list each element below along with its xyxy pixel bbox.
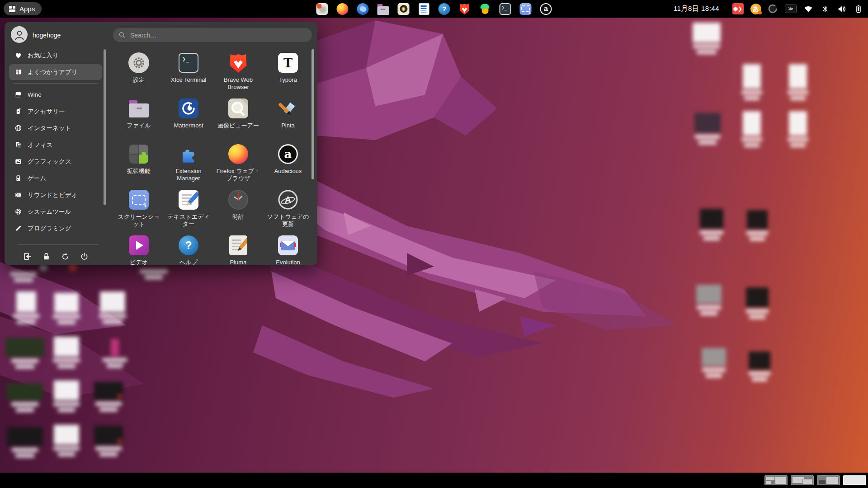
desktop-icon[interactable] [700, 348, 728, 378]
sidebar-scrollbar[interactable] [104, 49, 106, 205]
desktop-icon[interactable] [51, 425, 82, 456]
app-image-viewer[interactable]: 画像ビューアー [213, 94, 263, 140]
app-settings[interactable]: 設定 [114, 48, 164, 94]
firefox-icon[interactable] [336, 3, 349, 15]
desktop-icon[interactable] [694, 285, 723, 315]
terminal-icon[interactable]: ❯_ [499, 3, 512, 15]
app-videos[interactable]: ビデオ [114, 231, 164, 265]
app-extensions[interactable]: 拡張機能 [114, 140, 164, 185]
desktop-icon[interactable] [92, 426, 125, 456]
evolution-icon [278, 235, 298, 255]
sidebar-item-programming[interactable]: プログラミング [9, 221, 102, 236]
app-evolution[interactable]: Evolution [263, 231, 313, 265]
app-software-updater[interactable]: A ソフトウェアの更新 [263, 185, 313, 231]
search-bar[interactable] [113, 28, 312, 42]
desktop-icon[interactable] [40, 265, 47, 271]
desktop-icon[interactable] [787, 111, 809, 147]
files-icon[interactable] [377, 3, 390, 15]
ubuntu-installer-icon[interactable] [316, 3, 329, 15]
input-switcher-indicator-icon[interactable]: ≫ [785, 5, 797, 13]
desktop-icon[interactable] [741, 111, 763, 147]
logout-button[interactable] [23, 252, 32, 261]
sidebar-item-frequent-apps[interactable]: よくつかうアプリ [9, 64, 102, 80]
desktop-icon[interactable] [698, 209, 725, 240]
desktop-icon[interactable] [693, 113, 722, 145]
app-typora[interactable]: T Typora [263, 48, 313, 94]
app-grid-scrollbar[interactable] [311, 49, 314, 179]
desktop-icon[interactable] [92, 382, 125, 412]
sidebar-item-internet[interactable]: インターネット [9, 120, 102, 136]
sidebar-item-games[interactable]: ゲーム [9, 170, 102, 186]
app-audacious[interactable]: a Audacious [263, 140, 313, 185]
desktop-icon[interactable] [741, 64, 763, 100]
battery-icon[interactable] [854, 4, 863, 14]
pluma-icon [229, 235, 247, 255]
app-text-editor[interactable]: テキストエディター [164, 185, 213, 231]
desktop-icon[interactable] [745, 210, 769, 241]
lock-screen-button[interactable] [42, 252, 51, 261]
app-firefox[interactable]: Firefox ウェブ・ブラウザ [213, 140, 263, 185]
heart-icon [14, 52, 22, 59]
workspace-3[interactable] [817, 475, 840, 485]
desktop-icon[interactable] [744, 287, 770, 319]
desktop-icon[interactable] [5, 338, 45, 369]
help-icon[interactable]: ? [438, 3, 451, 15]
desktop-icon[interactable] [51, 293, 82, 324]
dark-circle-indicator-icon[interactable] [768, 4, 778, 14]
app-pluma[interactable]: Pluma [213, 231, 263, 265]
desktop-icon[interactable] [97, 291, 128, 324]
app-brave[interactable]: Brave Web Browser [213, 48, 263, 94]
desktop-icon[interactable] [12, 291, 41, 324]
sidebar-item-accessories[interactable]: アクセサリー [9, 103, 102, 119]
restart-button[interactable] [61, 252, 70, 261]
sidebar-item-favorites[interactable]: お気に入り [9, 47, 102, 63]
sidebar-item-graphics[interactable]: グラフィックス [9, 154, 102, 169]
app-screenshot[interactable]: スクリーンショット [114, 185, 164, 231]
top-panel: Apps ? ❯_ a 11月8日 18:44 ❯ あ ≫ [0, 0, 868, 18]
desktop-icon[interactable] [787, 64, 809, 100]
sidebar-item-sound-video[interactable]: サウンドとビデオ [9, 187, 102, 203]
sidebar-item-label: プログラミング [28, 225, 71, 233]
app-clock[interactable]: 時計 [213, 185, 263, 231]
shutdown-button[interactable] [80, 252, 89, 261]
clock[interactable]: 11月8日 18:44 [674, 5, 719, 13]
desktop-icon[interactable] [691, 23, 722, 54]
rhythmbox-icon[interactable] [397, 3, 410, 15]
app-extension-manager[interactable]: Extension Manager [164, 140, 213, 185]
workspace-4-active[interactable] [843, 475, 866, 485]
volume-icon[interactable] [837, 4, 847, 14]
waydroid-icon[interactable] [479, 3, 491, 15]
wifi-icon[interactable] [803, 4, 813, 14]
app-help[interactable]: ? ヘルプ [164, 231, 213, 265]
desktop-icon[interactable] [5, 427, 45, 458]
user-avatar[interactable] [11, 26, 28, 43]
desktop-icon[interactable] [51, 337, 82, 368]
app-files[interactable]: ファイル [114, 94, 164, 140]
desktop-icon[interactable] [101, 339, 128, 368]
terminal-icon: ❯_ [179, 53, 198, 73]
mozc-japanese-input-icon[interactable]: あ [750, 4, 761, 14]
desktop-icon[interactable] [138, 267, 170, 279]
desktop-icon[interactable] [51, 380, 82, 412]
brave-icon[interactable] [458, 3, 471, 15]
sidebar-item-wine[interactable]: Wine [9, 87, 102, 103]
red-diamond-indicator-icon[interactable]: ❯ [732, 3, 744, 14]
apps-menu-button[interactable]: Apps [4, 2, 42, 15]
sidebar-item-system-tools[interactable]: システムツール [9, 204, 102, 220]
search-input[interactable] [129, 31, 306, 39]
workspace-1[interactable] [764, 475, 788, 485]
app-xfce-terminal[interactable]: ❯_ Xfce Terminal [164, 48, 213, 94]
audacious-icon[interactable]: a [540, 3, 552, 15]
actions-divider [18, 244, 99, 245]
thunderbird-icon[interactable] [357, 3, 369, 15]
screenshot-tool-icon[interactable] [519, 3, 532, 15]
desktop-icon[interactable] [9, 270, 38, 282]
desktop-icon[interactable] [5, 383, 45, 412]
sidebar-item-office[interactable]: オフィス [9, 137, 102, 153]
workspace-2[interactable] [791, 475, 814, 485]
libreoffice-writer-icon[interactable] [418, 3, 430, 15]
bluetooth-icon[interactable] [820, 4, 830, 14]
app-mattermost[interactable]: Mattermost [164, 94, 213, 140]
app-pinta[interactable]: Pinta [263, 94, 313, 140]
desktop-icon[interactable] [747, 352, 772, 381]
